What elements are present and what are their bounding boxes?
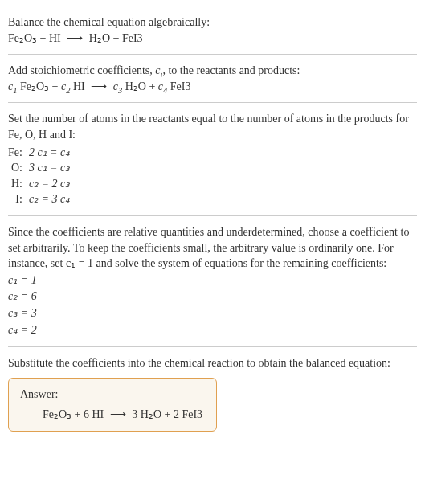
atom-eq-o: 3 c₁ = c₃ <box>29 160 70 176</box>
intro-equation: Fe₂O₃ + HI ⟶ H₂O + FeI3 <box>8 31 417 47</box>
substitute-text: Substitute the coefficients into the che… <box>8 355 417 371</box>
intro-line1: Balance the chemical equation algebraica… <box>8 14 417 31</box>
add-coeffs-section: Add stoichiometric coefficients, ci, to … <box>8 55 417 103</box>
add-coeffs-text: Add stoichiometric coefficients, ci, to … <box>8 63 417 79</box>
atom-eq-fe: 2 c₁ = c₄ <box>29 145 70 161</box>
atom-eq-i: c₂ = 3 c₄ <box>29 191 70 207</box>
atom-label-fe: Fe: <box>8 145 29 161</box>
atom-label-h: H: <box>8 176 29 192</box>
add-coeffs-before: Add stoichiometric coefficients, <box>8 64 155 76</box>
intro-section: Balance the chemical equation algebraica… <box>8 6 417 55</box>
solve-text: Since the coefficients are relative quan… <box>8 224 417 272</box>
atoms-intro: Set the number of atoms in the reactants… <box>8 111 417 142</box>
arrow-icon: ⟶ <box>91 79 107 95</box>
solve-section: Since the coefficients are relative quan… <box>8 216 417 347</box>
c1: c1 <box>8 80 17 92</box>
answer-label: Answer: <box>20 387 205 403</box>
arrow-icon: ⟶ <box>110 407 126 423</box>
c3: c3 <box>110 80 122 92</box>
arrow-icon: ⟶ <box>67 31 83 47</box>
coeff-c1: c₁ = 1 <box>8 272 417 289</box>
r4: FeI3 <box>167 80 190 92</box>
answer-lhs: Fe₂O₃ + 6 HI <box>43 408 104 420</box>
c2: c2 <box>61 80 70 92</box>
atom-eq-h: c₂ = 2 c₃ <box>29 176 70 192</box>
atom-balance-table: Fe: 2 c₁ = c₄ O: 3 c₁ = c₃ H: c₂ = 2 c₃ … <box>8 145 70 207</box>
answer-equation: Fe₂O₃ + 6 HI ⟶ 3 H₂O + 2 FeI3 <box>20 407 205 423</box>
substitute-section: Substitute the coefficients into the che… <box>8 347 417 440</box>
add-coeffs-after: , to the reactants and products: <box>162 64 300 76</box>
r3: H₂O + <box>122 80 158 92</box>
coeff-c3: c₃ = 3 <box>8 305 417 322</box>
coeff-c2: c₂ = 6 <box>8 289 417 305</box>
intro-products: H₂O + FeI3 <box>89 32 143 44</box>
answer-box: Answer: Fe₂O₃ + 6 HI ⟶ 3 H₂O + 2 FeI3 <box>8 378 217 432</box>
table-row: Fe: 2 c₁ = c₄ <box>8 145 70 161</box>
coeff-c4: c₄ = 2 <box>8 322 417 338</box>
table-row: O: 3 c₁ = c₃ <box>8 160 70 176</box>
table-row: I: c₂ = 3 c₄ <box>8 191 70 207</box>
r2: HI <box>70 80 88 92</box>
intro-reactants: Fe₂O₃ + HI <box>8 32 61 44</box>
answer-rhs: 3 H₂O + 2 FeI3 <box>132 408 202 420</box>
atom-label-o: O: <box>8 160 29 176</box>
table-row: H: c₂ = 2 c₃ <box>8 176 70 192</box>
atom-label-i: I: <box>8 191 29 207</box>
r1: Fe₂O₃ + <box>17 80 61 92</box>
c3-c: c <box>110 80 118 92</box>
c4: c4 <box>158 80 167 92</box>
atoms-section: Set the number of atoms in the reactants… <box>8 103 417 216</box>
coeff-equation: c1 Fe₂O₃ + c2 HI ⟶ c3 H₂O + c4 FeI3 <box>8 79 417 95</box>
